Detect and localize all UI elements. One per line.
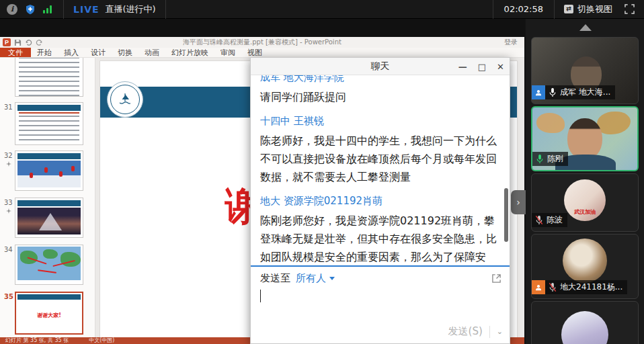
sidebar-collapse-tab[interactable]: › <box>511 190 526 214</box>
participant-name: 陈波 <box>547 214 563 226</box>
ppt-title-bar: P 海平面与珠峰高程测量.ppt [兼容模式] - PowerPoint 登录 <box>0 37 524 48</box>
ppt-menu-insert[interactable]: 插入 <box>58 48 85 57</box>
message-sender: 地大 资源学院021192肖萌 <box>260 194 499 208</box>
maximize-button[interactable]: □ <box>478 62 486 71</box>
thumbnail-thankyou-text: 谢谢大家! <box>16 312 82 319</box>
message-text: 陈刚老师您好，我是资源学院021192班肖萌，攀登珠峰无疑是壮举，但其中存在很多… <box>260 212 499 265</box>
video-tile-chengang-speaking[interactable]: 陈刚 <box>531 106 639 171</box>
ppt-menu-view[interactable]: 视图 <box>241 48 268 57</box>
mic-on-icon <box>549 87 557 97</box>
shield-protect-icon[interactable] <box>25 4 36 15</box>
participant-name: 地大241181杨... <box>560 282 622 293</box>
sailing-ship-icon <box>117 91 133 108</box>
network-signal-icon <box>43 5 52 13</box>
slide-thumbnail-panel[interactable]: 31 32 33 34 <box>0 58 95 344</box>
send-to-selector[interactable]: 所有人 <box>296 272 326 285</box>
avatar <box>561 311 608 344</box>
slide-thumbnail-31[interactable]: 31 <box>0 102 95 149</box>
slide-thumbnail-30[interactable] <box>0 58 95 98</box>
popout-window-icon[interactable] <box>491 273 501 284</box>
slide-thumbnail-32[interactable]: 32 <box>0 150 95 195</box>
ppt-menu-bar: 文件 开始 插入 设计 切换 动画 幻灯片放映 审阅 视图 <box>0 48 524 58</box>
slide-count-status: 幻灯片 第 35 张, 共 35 张 <box>5 337 69 344</box>
slide-thumbnail-34[interactable]: 34 <box>0 245 95 289</box>
send-button[interactable]: 发送(S) <box>448 325 483 338</box>
slide-number: 31 <box>4 103 13 111</box>
chat-window: 聊天 — □ ✕ 成军 地大海洋学院 请同学们踊跃提问 十四中 王祺锐 陈老师好… <box>250 57 510 344</box>
ppt-menu-file[interactable]: 文件 <box>0 48 31 57</box>
ppt-menu-slideshow[interactable]: 幻灯片放映 <box>165 48 214 57</box>
live-badge: LIVE <box>73 4 99 15</box>
chat-scrollbar[interactable] <box>504 188 508 242</box>
video-tile-chengjun[interactable]: 成军 地大海... <box>531 37 639 104</box>
slide-number: 32 <box>4 152 13 159</box>
video-tile-didayang[interactable]: 地大241181杨... <box>531 234 639 299</box>
fullscreen-button[interactable] <box>622 4 644 14</box>
ppt-window-title: 海平面与珠峰高程测量.ppt [兼容模式] - PowerPoint <box>0 38 524 47</box>
ppt-sign-in-link[interactable]: 登录 <box>504 38 524 47</box>
video-tile-bottom-partial[interactable] <box>531 301 639 344</box>
chevron-down-icon[interactable] <box>329 277 335 280</box>
ppt-menu-review[interactable]: 审阅 <box>214 48 241 57</box>
participant-name-bar: 陈刚 <box>532 152 568 166</box>
chat-input-area: 发送至 所有人 发送(S) ⌄ <box>251 265 510 343</box>
message-text: 请同学们踊跃提问 <box>260 88 499 106</box>
chat-text-input[interactable] <box>251 286 510 323</box>
slide-thumbnail-35-selected[interactable]: 35 谢谢大家! <box>0 292 95 339</box>
slide-number: 33 <box>4 199 13 206</box>
close-button[interactable]: ✕ <box>497 62 504 71</box>
participant-video <box>536 113 565 133</box>
send-options-chevron-icon[interactable]: ⌄ <box>497 327 503 336</box>
avatar <box>563 239 607 283</box>
chat-title: 聊天 <box>371 60 390 73</box>
chat-title-bar[interactable]: 聊天 — □ ✕ <box>251 58 510 75</box>
top-bar: i LIVE 直播(进行中) 02:02:58 ⇄ 切换视图 <box>0 0 644 19</box>
fullscreen-icon <box>625 4 635 14</box>
send-to-label: 发送至 <box>260 272 290 285</box>
minimize-button[interactable]: — <box>458 62 467 71</box>
info-icon[interactable]: i <box>7 4 17 15</box>
participants-sidebar: 成军 地大海... 陈刚 武汉加油 <box>526 19 644 344</box>
mic-speaking-icon <box>536 154 544 164</box>
scroll-up-icon[interactable] <box>579 24 592 31</box>
switch-view-button[interactable]: ⇄ 切换视图 <box>555 3 622 15</box>
participant-name: 陈刚 <box>547 153 563 165</box>
stream-timer: 02:02:58 <box>493 0 555 19</box>
chat-message-list[interactable]: 成军 地大海洋学院 请同学们踊跃提问 十四中 王祺锐 陈老师好，我是十四中的学生… <box>251 75 510 265</box>
ppt-menu-home[interactable]: 开始 <box>31 48 58 57</box>
mic-muted-icon <box>535 215 543 225</box>
divider <box>489 326 490 338</box>
animation-star-icon <box>6 161 11 167</box>
member-badge-icon <box>532 280 545 294</box>
participant-name-bar: 地大241181杨... <box>532 280 627 294</box>
slide-thumbnail-33[interactable]: 33 <box>0 198 95 242</box>
slide-number: 34 <box>4 246 13 253</box>
live-status-text: 直播(进行中) <box>106 3 156 15</box>
live-status-group: LIVE 直播(进行中) <box>63 0 166 19</box>
app-window: i LIVE 直播(进行中) 02:02:58 ⇄ 切换视图 <box>0 0 644 344</box>
language-status: 中文(中国) <box>89 337 114 344</box>
participant-name-bar: 陈波 <box>532 213 567 227</box>
slide-number: 35 <box>4 293 13 300</box>
participant-name: 成军 地大海... <box>560 87 610 98</box>
participant-name-bar: 成军 地大海... <box>532 85 615 99</box>
university-seal-logo <box>107 81 143 118</box>
ppt-menu-animations[interactable]: 动画 <box>138 48 165 57</box>
ppt-menu-design[interactable]: 设计 <box>85 48 112 57</box>
avatar: 武汉加油 <box>564 179 606 221</box>
message-sender: 成军 地大海洋学院 <box>260 75 499 84</box>
message-text: 陈老师好，我是十四中的学生，我想问一下为什么不可以直接把设备放在峰顶然后每个月或… <box>260 132 499 186</box>
video-tile-chenbo[interactable]: 武汉加油 陈波 <box>531 173 639 232</box>
animation-star-icon <box>6 208 11 214</box>
ppt-menu-transitions[interactable]: 切换 <box>112 48 138 57</box>
message-sender: 十四中 王祺锐 <box>260 114 499 128</box>
chevron-right-icon: › <box>516 197 520 208</box>
host-badge-icon <box>532 85 545 99</box>
mic-muted-icon <box>549 282 557 292</box>
avatar-overlay-text: 武汉加油 <box>564 208 606 216</box>
switch-view-icon: ⇄ <box>564 5 573 13</box>
topbar-left-icons: i LIVE 直播(进行中) <box>0 0 166 19</box>
